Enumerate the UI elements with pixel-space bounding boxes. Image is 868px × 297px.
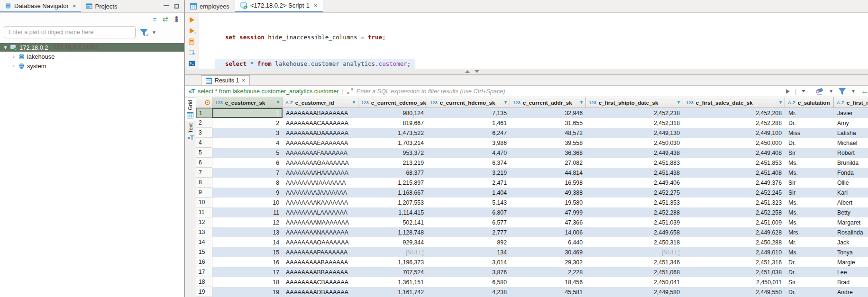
grid-cell-c_customer_sk[interactable]: 7 <box>212 168 283 178</box>
close-icon[interactable]: × <box>314 2 318 9</box>
sort-dropdown-icon[interactable]: ▼ <box>674 100 681 105</box>
row-number[interactable]: 19 <box>196 287 212 297</box>
row-number[interactable]: 16 <box>196 257 212 267</box>
grid-cell-c_salutation[interactable]: Ms. <box>785 158 834 168</box>
grid-cell-c_customer_id[interactable]: AAAAAAAAPAAAAAAA <box>283 247 358 257</box>
grid-cell-c_current_addr_sk[interactable]: 49,388 <box>510 188 586 198</box>
grid-header-c_customer_sk[interactable]: 123c_customer_sk▼ <box>212 97 283 108</box>
grid-cell-c_first_sales_date_sk[interactable]: 2,452,288 <box>683 118 785 128</box>
grid-cell-c_customer_id[interactable]: AAAAAAAADBAAAAAA <box>283 287 358 297</box>
execute-script-button[interactable] <box>188 38 196 45</box>
grid-header-c_first_shipto_date_sk[interactable]: 123c_first_shipto_date_sk▼ <box>586 97 683 108</box>
grid-cell-c_first_sales_date_sk[interactable]: 2,451,408 <box>683 168 785 178</box>
presentation-grid-button[interactable]: Grid <box>185 98 196 121</box>
grid-cell-c_current_cdemo_sk[interactable]: 1,128,748 <box>358 227 427 237</box>
grid-cell-c_current_cdemo_sk[interactable]: 953,372 <box>358 148 427 158</box>
grid-cell-c_customer_id[interactable]: AAAAAAAAIAAAAAAA <box>283 178 358 188</box>
row-number[interactable]: 18 <box>196 277 212 287</box>
grid-cell-c_current_addr_sk[interactable]: 16,598 <box>510 178 586 188</box>
grid-cell-c_customer_sk[interactable]: 13 <box>212 227 283 237</box>
chevron-down-icon[interactable]: ▼ <box>152 30 156 35</box>
grid-cell-c_current_addr_sk[interactable]: 27,082 <box>510 158 586 168</box>
grid-cell-c_current_hdemo_sk[interactable]: 4,470 <box>427 148 510 158</box>
grid-cell-c_current_hdemo_sk[interactable]: 892 <box>427 237 510 247</box>
row-number[interactable]: 15 <box>196 247 212 257</box>
grid-cell-c_customer_id[interactable]: AAAAAAAACBAAAAAA <box>283 277 358 287</box>
grid-cell-c_current_hdemo_sk[interactable]: 3,219 <box>427 168 510 178</box>
grid-cell-c_first_shipto_date_sk[interactable]: 2,450,041 <box>586 277 683 287</box>
grid-cell-c_customer_id[interactable]: AAAAAAAAHAAAAAAA <box>283 168 358 178</box>
grid-header-c_current_cdemo_sk[interactable]: 123c_current_cdemo_sk▼ <box>358 97 427 108</box>
grid-cell-c_first_shipto_date_sk[interactable]: 2,452,238 <box>586 108 683 118</box>
grid-cell-c_first_na[interactable]: Latisha <box>834 128 868 138</box>
tab-database-navigator[interactable]: Database Navigator × <box>0 0 81 12</box>
close-icon[interactable]: × <box>73 2 76 9</box>
maximize-panel-icon[interactable] <box>465 70 470 73</box>
grid-cell-c_first_sales_date_sk[interactable]: 2,451,853 <box>683 158 785 168</box>
grid-cell-c_customer_sk[interactable]: 16 <box>212 257 283 267</box>
grid-cell-c_first_shipto_date_sk[interactable]: 2,449,658 <box>586 227 683 237</box>
grid-cell-c_current_cdemo_sk[interactable]: 929,344 <box>358 237 427 247</box>
grid-cell-c_current_addr_sk[interactable]: 45,581 <box>510 287 586 297</box>
grid-cell-c_first_shipto_date_sk[interactable]: 2,452,288 <box>586 207 683 217</box>
grid-cell-c_first_shipto_date_sk[interactable]: [NULL] <box>586 247 683 257</box>
grid-cell-c_first_na[interactable]: Brad <box>834 277 868 287</box>
grid-cell-c_customer_id[interactable]: AAAAAAAAJAAAAAAA <box>283 188 358 198</box>
sort-dropdown-icon[interactable]: ▼ <box>576 100 584 105</box>
grid-cell-c_customer_id[interactable]: AAAAAAAACAAAAAAA <box>283 118 358 128</box>
grid-cell-c_current_addr_sk[interactable]: 39,558 <box>510 138 586 148</box>
grid-cell-c_salutation[interactable]: Sir <box>785 178 834 188</box>
grid-cell-c_current_cdemo_sk[interactable]: 1,207,553 <box>358 198 427 207</box>
grid-cell-c_current_hdemo_sk[interactable]: 1,404 <box>427 188 510 198</box>
grid-cell-c_current_addr_sk[interactable]: 2,228 <box>510 267 586 277</box>
expand-filter-icon[interactable] <box>347 88 353 94</box>
grid-cell-c_first_na[interactable]: Andre <box>834 287 868 297</box>
grid-cell-c_first_sales_date_sk[interactable]: 2,449,628 <box>683 227 785 237</box>
grid-cell-c_current_cdemo_sk[interactable]: 213,219 <box>358 158 427 168</box>
grid-cell-c_customer_id[interactable]: AAAAAAAAABAAAAAA <box>283 257 358 267</box>
grid-cell-c_current_cdemo_sk[interactable]: 1,196,373 <box>358 257 427 267</box>
grid-cell-c_first_shipto_date_sk[interactable]: 2,452,275 <box>586 188 683 198</box>
grid-cell-c_first_sales_date_sk[interactable]: 2,451,323 <box>683 198 785 207</box>
editor-results-splitter[interactable] <box>185 69 868 75</box>
presentation-text-button[interactable]: Text «T <box>185 121 196 144</box>
row-number[interactable]: 6 <box>196 158 212 168</box>
grid-cell-c_salutation[interactable]: Dr. <box>785 287 834 297</box>
grid-header-c_first_na[interactable]: A-Zc_first_na▼ <box>834 97 868 108</box>
minimize-icon[interactable] <box>164 5 169 6</box>
object-search-input[interactable] <box>4 26 136 38</box>
link-with-editor-icon[interactable]: ⇄ <box>163 15 168 23</box>
grid-cell-c_first_na[interactable]: Karl <box>834 188 868 198</box>
grid-cell-c_salutation[interactable]: Sir <box>785 277 834 287</box>
grid-cell-c_current_cdemo_sk[interactable]: 980,124 <box>358 108 427 118</box>
grid-cell-c_customer_id[interactable]: AAAAAAAAMAAAAAAA <box>283 217 358 227</box>
grid-cell-c_current_addr_sk[interactable]: 48,572 <box>510 128 586 138</box>
sql-code[interactable]: set session hide_inaccessible_columns = … <box>199 13 868 69</box>
grid-cell-c_customer_sk[interactable]: 17 <box>212 267 283 277</box>
row-number[interactable]: 3 <box>196 128 212 138</box>
grid-cell-c_customer_id[interactable]: AAAAAAAABBAAAAAA <box>283 267 358 277</box>
grid-cell-c_first_na[interactable]: Brunilda <box>834 158 868 168</box>
grid-cell-c_salutation[interactable]: Dr. <box>785 257 834 267</box>
grid-cell-c_customer_id[interactable]: AAAAAAAAGAAAAAAA <box>283 158 358 168</box>
grid-cell-c_current_cdemo_sk[interactable]: 1,703,214 <box>358 138 427 148</box>
grid-header-c_customer_id[interactable]: A-Zc_customer_id▼ <box>283 97 358 108</box>
grid-cell-c_customer_sk[interactable]: 19 <box>212 287 283 297</box>
grid-cell-c_first_shipto_date_sk[interactable]: 2,451,883 <box>586 158 683 168</box>
filter-menu-icon[interactable] <box>839 88 846 95</box>
grid-cell-c_current_addr_sk[interactable]: 31,655 <box>510 118 586 128</box>
chevron-right-icon[interactable]: › <box>11 54 16 59</box>
grid-cell-c_first_na[interactable]: Fonda <box>834 168 868 178</box>
row-number[interactable]: 9 <box>196 188 212 198</box>
execute-statement-button[interactable] <box>188 16 196 24</box>
grid-cell-c_current_cdemo_sk[interactable]: 1,473,522 <box>358 128 427 138</box>
grid-cell-c_customer_id[interactable]: AAAAAAAALAAAAAAA <box>283 207 358 217</box>
grid-cell-c_first_shipto_date_sk[interactable]: 2,451,438 <box>586 168 683 178</box>
sash-arrows[interactable] <box>465 70 479 73</box>
grid-cell-c_current_addr_sk[interactable]: 14,006 <box>510 227 586 237</box>
grid-cell-c_current_cdemo_sk[interactable]: 1,168,667 <box>358 188 427 198</box>
grid-cell-c_first_sales_date_sk[interactable]: 2,452,245 <box>683 188 785 198</box>
grid-cell-c_first_na[interactable]: Jack <box>834 237 868 247</box>
grid-cell-c_first_sales_date_sk[interactable]: 2,449,408 <box>683 148 785 158</box>
grid-cell-c_current_hdemo_sk[interactable]: 6,580 <box>427 277 510 287</box>
